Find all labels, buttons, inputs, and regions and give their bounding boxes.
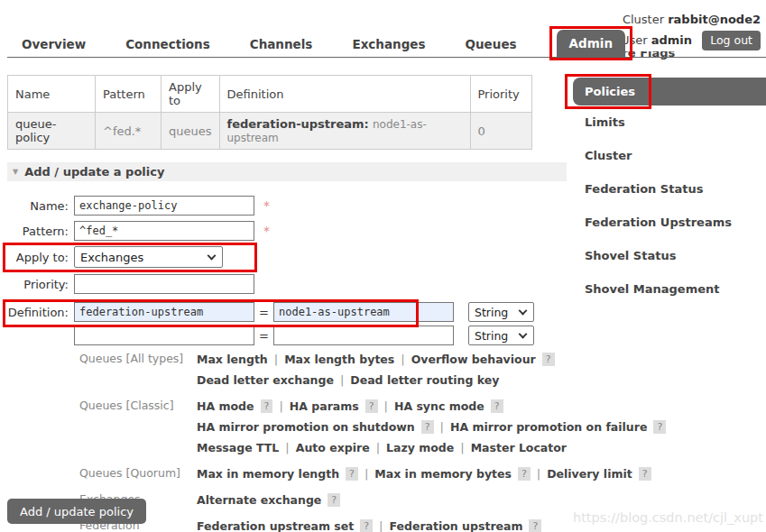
help-icon[interactable]: ? bbox=[261, 399, 273, 413]
separator: | bbox=[274, 353, 278, 366]
helper-line: Max length|Max length bytes|Overflow beh… bbox=[197, 349, 568, 370]
definition-row: =String bbox=[7, 326, 568, 345]
policy-priority-input[interactable] bbox=[74, 274, 254, 294]
table-body: queue-policy^fed.*queuesfederation-upstr… bbox=[8, 113, 532, 150]
tab-exchanges[interactable]: Exchanges bbox=[352, 31, 425, 58]
definition-value-input[interactable] bbox=[273, 302, 454, 322]
section-title: Add / update a policy bbox=[24, 165, 164, 179]
helper-group-queues-all-types: Queues [All types]Max length|Max length … bbox=[7, 349, 568, 390]
sidebar-item-shovel-management[interactable]: Shovel Management bbox=[570, 272, 766, 306]
helper-link-auto-expire[interactable]: Auto expire bbox=[296, 441, 370, 454]
help-icon[interactable]: ? bbox=[653, 420, 666, 434]
apply-to-select[interactable]: Exchanges bbox=[74, 246, 223, 268]
helper-link-ha-mirror-promotion-on-shutdown[interactable]: HA mirror promotion on shutdown bbox=[197, 420, 415, 434]
helper-link-ha-mirror-promotion-on-failure[interactable]: HA mirror promotion on failure bbox=[450, 420, 647, 434]
sidebar-item-policies[interactable]: Policies bbox=[573, 78, 766, 105]
definition-row: Definition:=String bbox=[7, 302, 568, 322]
name-label: Name: bbox=[7, 199, 74, 213]
sidebar-item-cluster[interactable]: Cluster bbox=[570, 139, 766, 172]
definition-type-select-wrap: String bbox=[468, 302, 534, 322]
helper-lines: Max in memory length?|Max in memory byte… bbox=[197, 463, 651, 484]
definition-type-select-wrap: String bbox=[468, 326, 534, 345]
policy-priority-cell: 0 bbox=[470, 113, 531, 150]
add-update-policy-section-header[interactable]: ▼ Add / update a policy bbox=[7, 162, 567, 181]
help-icon[interactable]: ? bbox=[360, 519, 373, 532]
help-icon[interactable]: ? bbox=[518, 467, 531, 481]
sidebar-item-federation-upstreams[interactable]: Federation Upstreams bbox=[570, 206, 766, 239]
annotation-box-admin bbox=[549, 26, 632, 60]
helper-group-queues-classic: Queues [Classic]HA mode?|HA params?|HA s… bbox=[7, 396, 568, 458]
tab-channels[interactable]: Channels bbox=[250, 31, 313, 58]
helper-link-ha-mode[interactable]: HA mode bbox=[197, 399, 254, 413]
cluster-name: rabbit@node2 bbox=[668, 13, 761, 26]
helper-link-dead-letter-routing-key[interactable]: Dead letter routing key bbox=[350, 373, 499, 387]
add-update-policy-button[interactable]: Add / update policy bbox=[7, 499, 146, 524]
policies-table: NamePatternApply toDefinitionPriority qu… bbox=[7, 75, 532, 150]
help-icon[interactable]: ? bbox=[365, 399, 378, 413]
policy-name-cell[interactable]: queue-policy bbox=[8, 113, 96, 150]
help-icon[interactable]: ? bbox=[421, 420, 434, 434]
main-content: NamePatternApply toDefinitionPriority qu… bbox=[7, 75, 568, 532]
separator: | bbox=[384, 399, 388, 413]
helper-link-ha-params[interactable]: HA params bbox=[290, 399, 359, 413]
definition-key-input[interactable] bbox=[74, 302, 254, 322]
tab-overview[interactable]: Overview bbox=[22, 31, 86, 58]
separator: | bbox=[279, 399, 282, 413]
separator: | bbox=[401, 353, 404, 366]
helper-line: Federation upstream set?|Federation upst… bbox=[197, 516, 568, 532]
definition-type-select[interactable]: String bbox=[468, 302, 534, 322]
separator: | bbox=[365, 467, 368, 481]
helper-link-max-in-memory-bytes[interactable]: Max in memory bytes bbox=[374, 467, 512, 481]
column-header-apply-to: Apply to bbox=[162, 76, 220, 113]
column-header-name: Name bbox=[8, 76, 96, 113]
logout-button[interactable]: Log out bbox=[702, 31, 761, 50]
sidebar-item-federation-status[interactable]: Federation Status bbox=[570, 172, 766, 206]
table-row: queue-policy^fed.*queuesfederation-upstr… bbox=[8, 113, 532, 150]
help-icon[interactable]: ? bbox=[491, 399, 503, 413]
helper-link-alternate-exchange[interactable]: Alternate exchange bbox=[197, 493, 321, 507]
pattern-row: Pattern: * bbox=[7, 221, 568, 241]
apply-to-label: Apply to: bbox=[7, 251, 74, 264]
help-icon[interactable]: ? bbox=[639, 467, 651, 481]
user-name: admin bbox=[651, 33, 692, 47]
helper-link-federation-upstream-set[interactable]: Federation upstream set bbox=[197, 519, 354, 532]
helper-link-max-in-memory-length[interactable]: Max in memory length bbox=[197, 467, 339, 481]
helper-link-ha-sync-mode[interactable]: HA sync mode bbox=[394, 399, 485, 413]
helper-link-message-ttl[interactable]: Message TTL bbox=[197, 441, 279, 454]
watermark-text: https://blog.csdn.net/cjl_xupt bbox=[573, 510, 763, 525]
definition-key-input[interactable] bbox=[74, 326, 254, 345]
separator: | bbox=[440, 420, 444, 434]
helper-link-master-locator[interactable]: Master Locator bbox=[471, 441, 567, 454]
help-icon[interactable]: ? bbox=[346, 467, 358, 481]
policy-name-input[interactable] bbox=[74, 196, 254, 216]
helper-link-overflow-behaviour[interactable]: Overflow behaviour bbox=[411, 353, 536, 366]
helper-group-label: Queues [Classic] bbox=[79, 396, 197, 458]
helper-lines: Alternate exchange? bbox=[197, 490, 568, 510]
helper-link-max-length-bytes[interactable]: Max length bytes bbox=[284, 353, 394, 366]
tab-connections[interactable]: Connections bbox=[125, 31, 210, 58]
definition-value-input[interactable] bbox=[273, 326, 454, 345]
helper-link-lazy-mode[interactable]: Lazy mode bbox=[386, 441, 454, 454]
help-icon[interactable]: ? bbox=[328, 493, 340, 507]
helper-link-delivery-limit[interactable]: Delivery limit bbox=[547, 467, 632, 481]
equals-sign: = bbox=[254, 306, 273, 319]
helper-lines: HA mode?|HA params?|HA sync mode?HA mirr… bbox=[197, 396, 666, 458]
definition-type-select[interactable]: String bbox=[468, 326, 534, 345]
helper-lines: Max length|Max length bytes|Overflow beh… bbox=[197, 349, 568, 390]
sidebar-item-limits[interactable]: Limits bbox=[570, 105, 766, 139]
helper-line: HA mirror promotion on shutdown?|HA mirr… bbox=[197, 417, 666, 437]
sidebar-item-shovel-status[interactable]: Shovel Status bbox=[570, 239, 766, 272]
table-header-row: NamePatternApply toDefinitionPriority bbox=[8, 76, 532, 113]
helper-link-dead-letter-exchange[interactable]: Dead letter exchange bbox=[197, 373, 334, 387]
help-icon[interactable]: ? bbox=[529, 519, 541, 532]
help-icon[interactable]: ? bbox=[542, 353, 555, 366]
collapse-triangle-icon: ▼ bbox=[13, 168, 18, 176]
tab-admin[interactable]: Admin bbox=[557, 30, 625, 58]
helper-link-max-length[interactable]: Max length bbox=[197, 353, 268, 366]
tab-queues[interactable]: Queues bbox=[466, 31, 517, 58]
policy-definition-cell: federation-upstream: node1-as-upstream bbox=[219, 113, 470, 150]
name-row: Name: * bbox=[7, 196, 568, 216]
helper-link-federation-upstream[interactable]: Federation upstream bbox=[389, 519, 522, 532]
policy-pattern-input[interactable] bbox=[74, 221, 254, 241]
separator: | bbox=[376, 441, 380, 454]
